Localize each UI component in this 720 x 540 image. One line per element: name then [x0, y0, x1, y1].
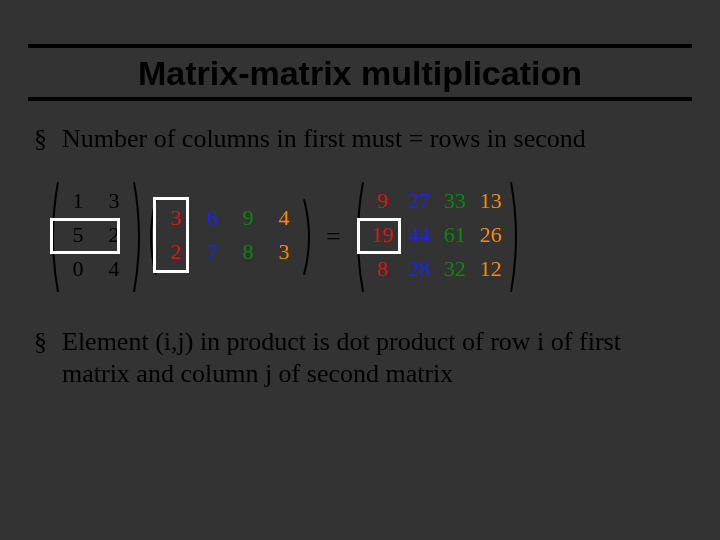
c-2-1: 28: [401, 252, 437, 286]
paren-right-icon: [509, 180, 523, 294]
b-1-2: 8: [230, 235, 266, 269]
paren-left-icon: [46, 180, 60, 294]
b-0-2: 9: [230, 201, 266, 235]
b-0-3: 4: [266, 201, 302, 235]
b-1-3: 3: [266, 235, 302, 269]
c-0-2: 33: [437, 184, 473, 218]
c-2-3: 12: [473, 252, 509, 286]
equals-sign: =: [320, 222, 347, 252]
c-1-3: 26: [473, 218, 509, 252]
a-0-1: 3: [96, 184, 132, 218]
b-0-0: 3: [158, 201, 194, 235]
paren-right-icon: [132, 180, 146, 294]
matrix-c: 9 27 33 13 19 44 61 26 8 28 32 12: [357, 180, 517, 294]
c-1-0: 19: [365, 218, 401, 252]
bullet-list-2: Element (i,j) in product is dot product …: [0, 326, 720, 391]
bullet-list: Number of columns in first must = rows i…: [0, 123, 720, 156]
bottom-rule: [28, 97, 692, 101]
c-2-0: 8: [365, 252, 401, 286]
b-1-1: 7: [194, 235, 230, 269]
c-0-1: 27: [401, 184, 437, 218]
paren-right-icon: [302, 197, 316, 277]
matrix-a: 1 3 5 2 0 4: [52, 180, 140, 294]
a-1-1: 2: [96, 218, 132, 252]
equation: 1 3 5 2 0 4 3 6 9 4: [52, 172, 720, 302]
c-1-1: 44: [401, 218, 437, 252]
bullet-1: Number of columns in first must = rows i…: [34, 123, 686, 156]
slide-title: Matrix-matrix multiplication: [0, 48, 720, 97]
c-0-3: 13: [473, 184, 509, 218]
title-block: Matrix-matrix multiplication: [0, 44, 720, 101]
a-0-0: 1: [60, 184, 96, 218]
bullet-2: Element (i,j) in product is dot product …: [34, 326, 686, 391]
c-2-2: 32: [437, 252, 473, 286]
a-1-0: 5: [60, 218, 96, 252]
c-0-0: 9: [365, 184, 401, 218]
paren-left-icon: [144, 197, 158, 277]
b-0-1: 6: [194, 201, 230, 235]
paren-left-icon: [351, 180, 365, 294]
c-1-2: 61: [437, 218, 473, 252]
a-2-0: 0: [60, 252, 96, 286]
matrix-b: 3 6 9 4 2 7 8 3: [150, 197, 310, 277]
b-1-0: 2: [158, 235, 194, 269]
a-2-1: 4: [96, 252, 132, 286]
